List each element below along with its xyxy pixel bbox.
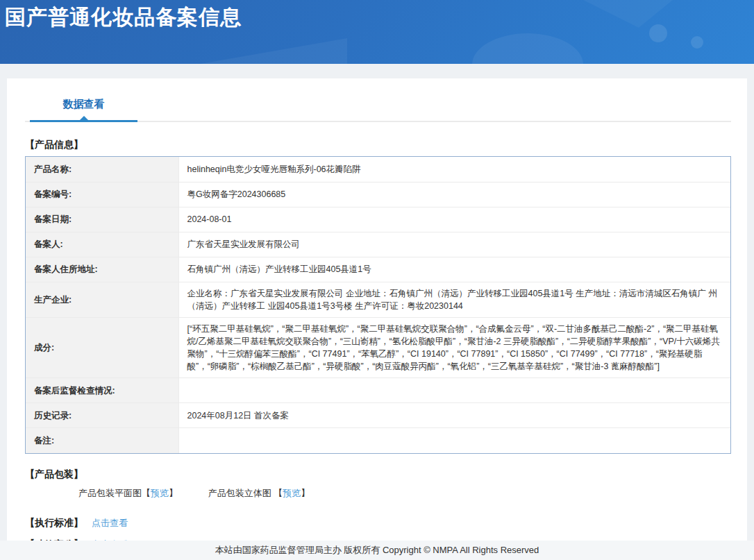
section-title-product-info: 【产品信息】 [25,139,731,151]
header-decoration-polygon [181,38,347,64]
table-row: 备案人住所地址: 石角镇广州（清远）产业转移工业园405县道1号 [26,257,730,282]
packaging-flat-label: 产品包装平面图 [78,488,142,498]
row-label-ingredients: 成分: [26,317,178,378]
packaging-3d-preview-link[interactable]: 预览 [283,488,301,498]
row-label-registrant-address: 备案人住所地址: [26,257,178,282]
product-info-table: 产品名称: helinheqin电竞少女哑光唇釉系列-06花瓣陷阱 备案编号: … [26,157,730,453]
row-value-registrant-address: 石角镇广州（清远）产业转移工业园405县道1号 [178,257,730,282]
tab-bar: 数据查看 [25,99,731,122]
page-header: 国产普通化妆品备案信息 [0,0,754,64]
packaging-flat-preview-link[interactable]: 预览 [151,488,169,498]
bracket-close: 】 [169,488,178,498]
page-footer: 本站由国家药品监督管理局主办 版权所有 Copyright © NMPA All… [0,541,754,560]
row-label-manufacturer: 生产企业: [26,282,178,317]
content-card: 数据查看 【产品信息】 产品名称: helinheqin电竞少女哑光唇釉系列-0… [7,78,747,541]
bracket-open: 【 [142,488,151,498]
row-value-registration-date: 2024-08-01 [178,207,730,232]
row-label-registration-number: 备案编号: [26,182,178,207]
row-label-registrant: 备案人: [26,232,178,257]
bracket-close: 】 [301,488,310,498]
row-value-product-name: helinheqin电竞少女哑光唇釉系列-06花瓣陷阱 [178,157,730,182]
row-label-product-name: 产品名称: [26,157,178,182]
section-title-efficacy: 【功效宣称】 [25,538,83,541]
row-value-manufacturer: 企业名称：广东省天星实业发展有限公司 企业地址：石角镇广州（清远）产业转移工业园… [178,282,730,317]
row-value-remarks [178,428,730,453]
product-info-table-wrapper: 产品名称: helinheqin电竞少女哑光唇釉系列-06花瓣陷阱 备案编号: … [25,156,731,454]
packaging-item-flat: 产品包装平面图【预览】 [78,487,178,500]
table-row: 备案人: 广东省天星实业发展有限公司 [26,232,730,257]
packaging-item-3d: 产品包装立体图 【预览】 [208,487,310,500]
table-row: 备注: [26,428,730,453]
table-row: 历史记录: 2024年08月12日 首次备案 [26,403,730,428]
page-title: 国产普通化妆品备案信息 [0,0,754,32]
tab-data-view[interactable]: 数据查看 [30,99,137,122]
section-title-packaging: 【产品包装】 [25,468,731,481]
row-label-remarks: 备注: [26,428,178,453]
header-decoration-circle [691,36,703,49]
row-label-post-supervision: 备案后监督检查情况: [26,378,178,403]
row-value-post-supervision [178,378,730,403]
packaging-3d-label: 产品包装立体图 [208,488,274,498]
table-row: 生产企业: 企业名称：广东省天星实业发展有限公司 企业地址：石角镇广州（清远）产… [26,282,730,317]
row-value-registration-number: 粤G妆网备字2024306685 [178,182,730,207]
tab-active-arrow-icon [80,116,88,120]
table-row: 备案编号: 粤G妆网备字2024306685 [26,182,730,207]
bracket-open: 【 [274,488,283,498]
table-row: 成分: [“环五聚二甲基硅氧烷”，“聚二甲基硅氧烷”，“聚二甲基硅氧烷交联聚合物… [26,317,730,378]
standard-view-link[interactable]: 点击查看 [92,518,128,528]
row-value-registrant: 广东省天星实业发展有限公司 [178,232,730,257]
row-value-history: 2024年08月12日 首次备案 [178,403,730,428]
footer-copyright-text: 本站由国家药品监督管理局主办 版权所有 Copyright © NMPA All… [215,544,539,557]
table-row: 产品名称: helinheqin电竞少女哑光唇釉系列-06花瓣陷阱 [26,157,730,182]
packaging-row: 产品包装平面图【预览】 产品包装立体图 【预览】 [78,487,731,500]
section-title-standard: 【执行标准】 [25,517,83,529]
header-decoration-ellipse [472,33,583,64]
row-label-registration-date: 备案日期: [26,207,178,232]
efficacy-view-link[interactable]: 点击查看 [92,539,128,541]
tab-data-view-label: 数据查看 [63,98,105,110]
table-row: 备案后监督检查情况: [26,378,730,403]
row-label-history: 历史记录: [26,403,178,428]
table-row: 备案日期: 2024-08-01 [26,207,730,232]
standard-row: 【执行标准】 点击查看 [25,517,731,529]
row-value-ingredients: [“环五聚二甲基硅氧烷”，“聚二甲基硅氧烷”，“聚二甲基硅氧烷交联聚合物”，“合… [178,317,730,378]
